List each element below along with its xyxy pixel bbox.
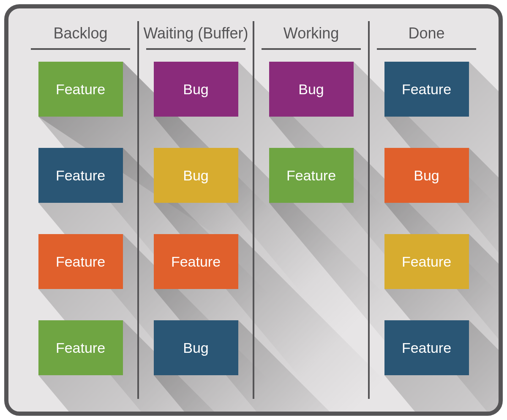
kanban-card[interactable]: Feature xyxy=(154,234,238,289)
column-title: Done xyxy=(374,21,479,48)
card-label: Bug xyxy=(183,340,209,356)
column-cards: Feature Bug Feature Feature xyxy=(374,62,479,375)
card-slot: Feature xyxy=(38,320,123,375)
card-slot: Feature xyxy=(384,62,469,117)
card-slot: Feature xyxy=(269,148,354,203)
card-label: Feature xyxy=(171,254,221,270)
card-label: Bug xyxy=(298,81,324,98)
kanban-card[interactable]: Feature xyxy=(38,62,123,117)
card-slot: Feature xyxy=(38,148,123,203)
kanban-card[interactable]: Bug xyxy=(154,148,238,203)
kanban-card[interactable]: Bug xyxy=(154,320,238,375)
kanban-card[interactable]: Feature xyxy=(38,320,123,375)
column-backlog: Backlog Feature Feature Feature Feature xyxy=(24,21,137,399)
column-underline xyxy=(31,48,130,50)
card-label: Bug xyxy=(414,167,439,184)
column-cards: Feature Feature Feature Feature xyxy=(28,62,133,375)
card-slot: Feature xyxy=(38,234,123,289)
card-label: Feature xyxy=(56,340,105,356)
column-underline xyxy=(377,48,476,50)
kanban-card[interactable]: Feature xyxy=(384,320,469,375)
column-cards: Bug Bug Feature Bug xyxy=(143,62,248,375)
kanban-card[interactable]: Feature xyxy=(384,234,469,289)
column-title: Working xyxy=(259,21,364,48)
kanban-card[interactable]: Bug xyxy=(384,148,469,203)
card-label: Feature xyxy=(286,167,336,184)
card-slot: Bug xyxy=(154,62,238,117)
column-waiting: Waiting (Buffer) Bug Bug Feature Bug xyxy=(137,21,253,399)
column-underline xyxy=(146,48,245,50)
card-slot: Bug xyxy=(269,62,354,117)
kanban-board: Backlog Feature Feature Feature Feature xyxy=(4,4,503,416)
column-done: Done Feature Bug Feature Feature xyxy=(368,21,483,399)
card-label: Bug xyxy=(183,81,209,98)
kanban-card[interactable]: Bug xyxy=(269,62,354,117)
kanban-card[interactable]: Bug xyxy=(154,62,238,117)
card-slot: Feature xyxy=(384,234,469,289)
card-slot: Bug xyxy=(154,148,238,203)
column-working: Working Bug Feature xyxy=(253,21,368,399)
kanban-card[interactable]: Feature xyxy=(38,234,123,289)
card-label: Feature xyxy=(402,254,451,270)
card-slot: Feature xyxy=(154,234,238,289)
kanban-card[interactable]: Feature xyxy=(38,148,123,203)
kanban-card[interactable]: Feature xyxy=(384,62,469,117)
column-title: Backlog xyxy=(28,21,133,48)
card-label: Feature xyxy=(402,340,451,356)
column-title: Waiting (Buffer) xyxy=(143,21,248,48)
card-slot: Bug xyxy=(154,320,238,375)
card-label: Feature xyxy=(402,81,451,98)
card-label: Bug xyxy=(183,167,209,184)
column-underline xyxy=(262,48,360,50)
card-slot: Feature xyxy=(384,320,469,375)
kanban-card[interactable]: Feature xyxy=(269,148,354,203)
kanban-columns: Backlog Feature Feature Feature Feature xyxy=(24,21,483,399)
card-label: Feature xyxy=(56,254,105,270)
card-label: Feature xyxy=(56,167,105,184)
card-slot: Feature xyxy=(38,62,123,117)
column-cards: Bug Feature xyxy=(259,62,364,203)
card-slot: Bug xyxy=(384,148,469,203)
card-label: Feature xyxy=(56,81,105,98)
